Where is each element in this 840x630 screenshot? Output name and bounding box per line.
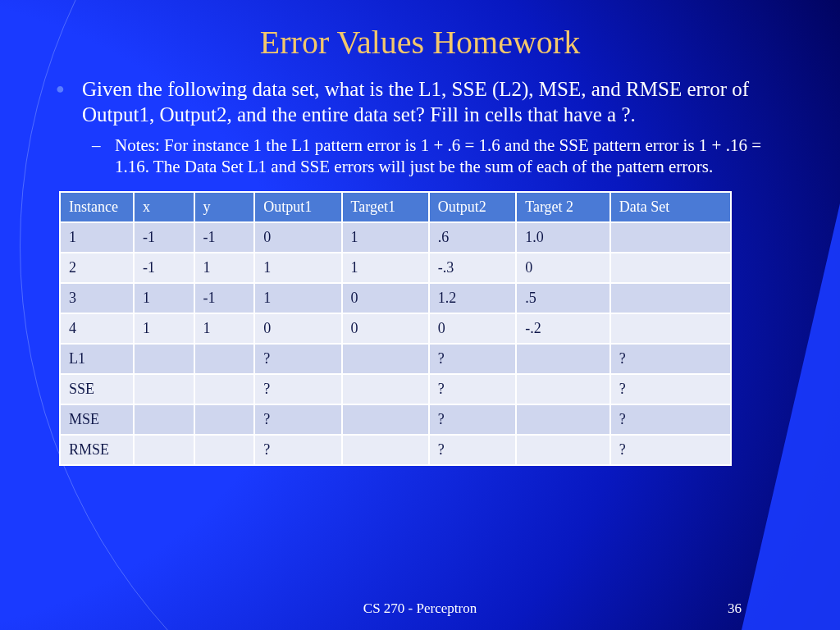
cell — [516, 435, 610, 465]
cell: L1 — [60, 344, 134, 374]
cell: ? — [254, 404, 341, 435]
cell: ? — [610, 344, 731, 374]
bullet-main: Given the following data set, what is th… — [49, 76, 791, 128]
table-row: 1 -1 -1 0 1 .6 1.0 — [60, 222, 731, 253]
cell — [134, 404, 194, 435]
cell — [342, 344, 429, 374]
cell — [134, 374, 194, 404]
cell: 1 — [134, 313, 194, 344]
footer-center: CS 270 - Perceptron — [0, 600, 840, 617]
cell: 1 — [254, 253, 341, 283]
cell — [134, 435, 194, 465]
cell — [610, 222, 731, 253]
cell: ? — [429, 404, 516, 435]
cell: 0 — [342, 313, 429, 344]
cell: -1 — [194, 222, 255, 253]
cell: 1 — [60, 222, 134, 253]
bullet-list: Given the following data set, what is th… — [49, 76, 791, 178]
cell — [610, 313, 731, 344]
cell — [516, 404, 610, 435]
slide: Error Values Homework Given the followin… — [0, 0, 840, 630]
header-x: x — [134, 192, 194, 222]
cell: 0 — [254, 222, 341, 253]
table-row: RMSE ? ? ? — [60, 435, 731, 465]
cell: 2 — [60, 253, 134, 283]
header-output2: Output2 — [429, 192, 516, 222]
cell: MSE — [60, 404, 134, 435]
table-row: L1 ? ? ? — [60, 344, 731, 374]
cell: -.3 — [429, 253, 516, 283]
table-body: 1 -1 -1 0 1 .6 1.0 2 -1 1 1 1 -.3 0 — [60, 222, 731, 465]
header-instance: Instance — [60, 192, 134, 222]
cell: 0 — [342, 283, 429, 313]
cell: -1 — [134, 222, 194, 253]
cell — [194, 344, 255, 374]
table-container: Instance x y Output1 Target1 Output2 Tar… — [59, 191, 732, 466]
cell — [516, 374, 610, 404]
table-row: SSE ? ? ? — [60, 374, 731, 404]
slide-title: Error Values Homework — [49, 23, 791, 62]
header-output1: Output1 — [254, 192, 341, 222]
cell: ? — [254, 374, 341, 404]
cell: 1 — [342, 253, 429, 283]
cell: 1 — [134, 283, 194, 313]
cell: 1 — [254, 283, 341, 313]
footer: CS 270 - Perceptron 36 — [0, 600, 840, 617]
cell: 4 — [60, 313, 134, 344]
cell: -.2 — [516, 313, 610, 344]
cell — [134, 344, 194, 374]
cell — [194, 404, 255, 435]
cell: .6 — [429, 222, 516, 253]
table-row: 3 1 -1 1 0 1.2 .5 — [60, 283, 731, 313]
header-dataset: Data Set — [610, 192, 731, 222]
cell: ? — [429, 374, 516, 404]
table-row: MSE ? ? ? — [60, 404, 731, 435]
cell — [610, 283, 731, 313]
cell: 1 — [194, 313, 255, 344]
cell: ? — [254, 435, 341, 465]
cell: 3 — [60, 283, 134, 313]
cell: ? — [610, 435, 731, 465]
table-row: 4 1 1 0 0 0 -.2 — [60, 313, 731, 344]
cell: ? — [254, 344, 341, 374]
cell: 1.0 — [516, 222, 610, 253]
cell — [610, 253, 731, 283]
cell: ? — [610, 404, 731, 435]
table-row: 2 -1 1 1 1 -.3 0 — [60, 253, 731, 283]
cell: 1 — [342, 222, 429, 253]
cell: .5 — [516, 283, 610, 313]
cell: -1 — [134, 253, 194, 283]
cell: 0 — [429, 313, 516, 344]
cell: 1.2 — [429, 283, 516, 313]
cell — [194, 374, 255, 404]
cell: -1 — [194, 283, 255, 313]
cell — [342, 404, 429, 435]
cell: RMSE — [60, 435, 134, 465]
cell: 0 — [516, 253, 610, 283]
cell: ? — [610, 374, 731, 404]
page-number: 36 — [728, 600, 742, 617]
cell: 1 — [194, 253, 255, 283]
error-values-table: Instance x y Output1 Target1 Output2 Tar… — [59, 191, 732, 466]
bullet-sub: Notes: For instance 1 the L1 pattern err… — [49, 135, 791, 179]
header-y: y — [194, 192, 255, 222]
cell: SSE — [60, 374, 134, 404]
cell — [516, 344, 610, 374]
cell: ? — [429, 435, 516, 465]
header-target1: Target1 — [342, 192, 429, 222]
cell — [194, 435, 255, 465]
header-target2: Target 2 — [516, 192, 610, 222]
cell — [342, 374, 429, 404]
cell: 0 — [254, 313, 341, 344]
table-header-row: Instance x y Output1 Target1 Output2 Tar… — [60, 192, 731, 222]
cell: ? — [429, 344, 516, 374]
cell — [342, 435, 429, 465]
